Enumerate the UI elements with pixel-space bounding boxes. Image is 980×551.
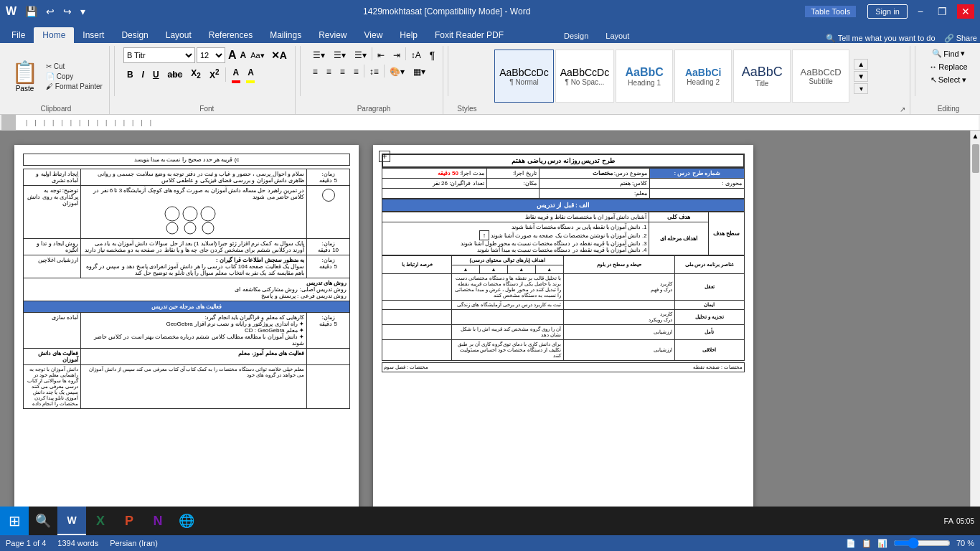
paste-button[interactable]: 📋 Paste <box>7 57 42 95</box>
tab-home[interactable]: Home <box>34 27 74 43</box>
tab-view[interactable]: View <box>356 27 392 43</box>
undo-button[interactable]: ↩ <box>43 4 57 19</box>
sep3 <box>448 46 448 96</box>
replace-button[interactable]: ↔ Replace <box>926 61 970 72</box>
bold-button[interactable]: B <box>123 67 137 82</box>
taskbar-browser-icon[interactable]: 🌐 <box>172 507 201 535</box>
shrink-font-button[interactable]: A <box>238 48 248 62</box>
tab-references[interactable]: References <box>200 27 261 43</box>
tab-help[interactable]: Help <box>391 27 426 43</box>
font-group: B Titr 12 A A Aa▾ ✕A B I U abc <box>119 46 296 114</box>
style-title[interactable]: AaBbC Title <box>733 50 791 103</box>
copy-button[interactable]: 📄 Copy <box>44 72 105 81</box>
table-row: در تمرین راهبرد حل مساله دانش آموزان به … <box>24 186 350 239</box>
sign-in-button[interactable]: Sign in <box>867 4 908 19</box>
superscript-button[interactable]: X2 <box>206 66 223 83</box>
tab-mailings[interactable]: Mailings <box>261 27 310 43</box>
taskbar-onenote-icon[interactable]: N <box>143 507 172 535</box>
pages-container: c) قریبه هر حدد صحیح را نسبت به مبدا بنو… <box>0 131 970 535</box>
show-marks-button[interactable]: ¶ <box>426 47 439 63</box>
taskbar-excel-icon[interactable]: X <box>86 507 115 535</box>
close-button[interactable]: ✕ <box>957 4 974 19</box>
taskbar-icon-1[interactable]: 🔍 <box>29 507 57 535</box>
vertical-scrollbar[interactable]: ▲ ▼ <box>970 131 980 535</box>
tab-review[interactable]: Review <box>310 27 355 43</box>
cut-button[interactable]: ✂ Cut <box>44 62 105 71</box>
start-button[interactable]: ⊞ <box>0 507 29 535</box>
line-spacing-button[interactable]: ↕≡ <box>366 65 382 79</box>
styles-scroll-up[interactable]: ▲ <box>854 59 868 70</box>
clipboard-label: Clipboard <box>41 105 72 114</box>
style-heading2[interactable]: AaBbCi Heading 2 <box>674 50 732 103</box>
format-painter-button[interactable]: 🖌 Format Painter <box>44 82 105 91</box>
clipboard-content: 📋 Paste ✂ Cut 📄 Copy 🖌 Format Painter <box>7 47 105 105</box>
tab-table-layout[interactable]: Layout <box>597 29 638 43</box>
tab-table-design[interactable]: Design <box>555 29 597 43</box>
table-row: شماره طرح درس : موضوع درس: مختصات تاریخ … <box>382 169 745 179</box>
style-h1-text: AaBbC <box>621 66 668 79</box>
taskbar-right: FA 05:05 <box>944 517 980 525</box>
font-size-select[interactable]: 12 <box>197 47 225 63</box>
decrease-indent-button[interactable]: ⇤ <box>374 47 388 63</box>
style-heading1[interactable]: AaBbC Heading 1 <box>616 50 673 103</box>
svg-point-1 <box>183 207 197 221</box>
change-case-button[interactable]: Aa▾ <box>249 50 265 61</box>
minimize-button[interactable]: − <box>913 4 928 19</box>
view-icon-2[interactable]: 📋 <box>862 539 872 548</box>
tab-foxit[interactable]: Foxit Reader PDF <box>426 27 512 43</box>
highlight-button[interactable]: A <box>244 65 258 80</box>
highlight-indicator <box>246 80 255 83</box>
style-subtitle[interactable]: AaBbCcD Subtitle <box>792 50 849 103</box>
align-right-button[interactable]: ≡ <box>336 65 349 79</box>
tell-me-search[interactable]: 🔍 Tell me what you want to do <box>826 34 936 43</box>
align-center-button[interactable]: ≡ <box>323 65 335 79</box>
highlight-button-group: A <box>244 65 258 83</box>
taskbar-powerpoint-icon[interactable]: P <box>115 507 143 535</box>
font-color-button[interactable]: A <box>229 65 242 80</box>
align-left-button[interactable]: ≡ <box>309 65 321 79</box>
sort-button[interactable]: ↕A <box>407 47 425 63</box>
find-button[interactable]: 🔍 Find ▾ <box>929 47 967 60</box>
share-button[interactable]: 🔗 Share <box>944 34 977 43</box>
status-right: 📄 📋 📊 70 % <box>846 537 974 549</box>
save-button[interactable]: 💾 <box>22 4 40 19</box>
windows-logo-icon: ⊞ <box>9 512 21 529</box>
view-icon-1[interactable]: 📄 <box>846 539 856 548</box>
borders-button[interactable]: ▦▾ <box>410 65 429 79</box>
paste-label: Paste <box>16 85 34 93</box>
clear-formatting-button[interactable]: ✕A <box>268 47 291 63</box>
add-row-button[interactable]: + <box>379 151 390 162</box>
numbering-button[interactable]: ☰▾ <box>330 47 349 63</box>
increase-indent-button[interactable]: ⇥ <box>390 47 404 63</box>
zoom-slider[interactable] <box>893 537 951 549</box>
select-button[interactable]: ↖ Select ▾ <box>928 74 970 86</box>
language-indicator: FA <box>944 517 953 525</box>
tab-file[interactable]: File <box>3 27 34 43</box>
view-icon-3[interactable]: 📊 <box>877 539 887 548</box>
bullets-button[interactable]: ☰▾ <box>309 47 329 63</box>
styles-scroll-down[interactable]: ▼ <box>854 71 868 82</box>
tab-layout[interactable]: Layout <box>157 27 200 43</box>
style-normal[interactable]: AaBbCcDc ¶ Normal <box>494 50 553 103</box>
taskbar-word-icon[interactable]: W <box>57 507 86 535</box>
restore-button[interactable]: ❐ <box>933 4 951 19</box>
scroll-up-arrow[interactable]: ▲ <box>971 131 980 141</box>
shading-button[interactable]: 🎨▾ <box>386 65 408 79</box>
styles-dialog-launcher[interactable]: ↗ <box>900 105 905 113</box>
italic-button[interactable]: I <box>138 67 148 82</box>
redo-button[interactable]: ↪ <box>60 4 75 19</box>
scroll-thumb[interactable] <box>972 144 979 173</box>
tab-design[interactable]: Design <box>113 27 156 43</box>
tab-insert[interactable]: Insert <box>74 27 113 43</box>
subscript-button[interactable]: X2 <box>187 66 204 82</box>
justify-button[interactable]: ≡ <box>350 65 362 79</box>
underline-button[interactable]: U <box>149 67 163 82</box>
customize-quick-access-button[interactable]: ▾ <box>77 4 88 19</box>
style-nospace-text: AaBbCcDc <box>560 67 609 78</box>
grow-font-button[interactable]: A <box>227 48 238 62</box>
styles-more-button[interactable]: ▾ <box>854 83 868 94</box>
multilevel-list-button[interactable]: ☰▾ <box>351 47 370 63</box>
font-name-select[interactable]: B Titr <box>123 47 195 63</box>
strikethrough-button[interactable]: abc <box>164 67 187 82</box>
style-no-spacing[interactable]: AaBbCcDc ¶ No Spac... <box>555 50 614 103</box>
